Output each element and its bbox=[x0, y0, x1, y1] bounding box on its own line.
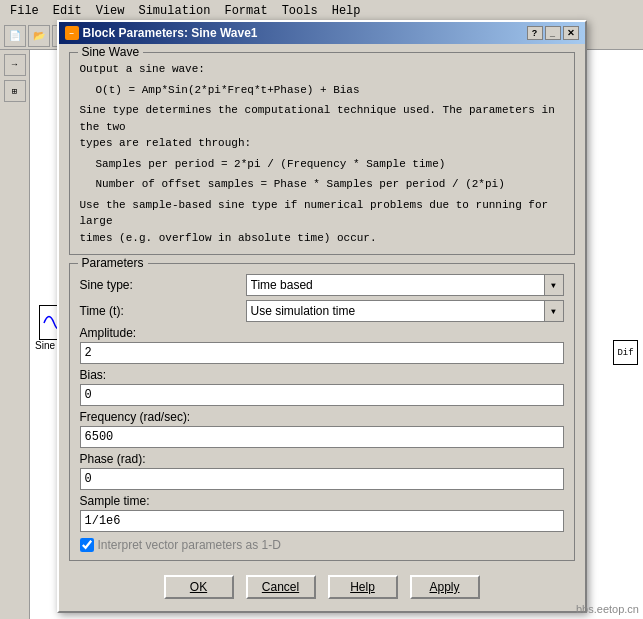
ok-button[interactable]: OK bbox=[164, 575, 234, 599]
bias-label: Bias: bbox=[80, 368, 564, 382]
bias-input[interactable] bbox=[80, 384, 564, 406]
time-select-wrapper: Use simulation time Use external signal … bbox=[246, 300, 564, 322]
desc-formula: O(t) = Amp*Sin(2*pi*Freq*t+Phase) + Bias bbox=[96, 82, 564, 99]
button-row: OK Cancel Help Apply bbox=[69, 567, 575, 603]
sine-type-row: Sine type: Time based Sample based ▼ bbox=[80, 274, 564, 296]
dialog-content: Sine Wave Output a sine wave: O(t) = Amp… bbox=[59, 44, 585, 611]
frequency-label: Frequency (rad/sec): bbox=[80, 410, 564, 424]
bias-row: Bias: bbox=[80, 368, 564, 406]
help-btn[interactable]: ? bbox=[527, 26, 543, 40]
desc-line-4: Use the sample-based sine type if numeri… bbox=[80, 197, 564, 230]
phase-input[interactable] bbox=[80, 468, 564, 490]
frequency-input[interactable] bbox=[80, 426, 564, 448]
block-parameters-dialog: ~ Block Parameters: Sine Wave1 ? _ ✕ Sin… bbox=[57, 20, 587, 613]
dialog-title: Block Parameters: Sine Wave1 bbox=[83, 26, 258, 40]
titlebar-controls: ? _ ✕ bbox=[527, 26, 579, 40]
amplitude-input[interactable] bbox=[80, 342, 564, 364]
phase-label: Phase (rad): bbox=[80, 452, 564, 466]
interpret-vector-checkbox[interactable] bbox=[80, 538, 94, 552]
sine-type-select[interactable]: Time based Sample based bbox=[246, 274, 564, 296]
minimize-btn[interactable]: _ bbox=[545, 26, 561, 40]
checkbox-label: Interpret vector parameters as 1-D bbox=[98, 538, 281, 552]
sample-time-label: Sample time: bbox=[80, 494, 564, 508]
desc-line-2: Sine type determines the computational t… bbox=[80, 102, 564, 135]
sine-type-select-wrapper: Time based Sample based ▼ bbox=[246, 274, 564, 296]
time-row: Time (t): Use simulation time Use extern… bbox=[80, 300, 564, 322]
desc-line-1: Output a sine wave: bbox=[80, 61, 564, 78]
close-btn[interactable]: ✕ bbox=[563, 26, 579, 40]
parameters-group: Parameters Sine type: Time based Sample … bbox=[69, 263, 575, 561]
help-button[interactable]: Help bbox=[328, 575, 398, 599]
time-label: Time (t): bbox=[80, 304, 240, 318]
desc-line-3: types are related through: bbox=[80, 135, 564, 152]
frequency-row: Frequency (rad/sec): bbox=[80, 410, 564, 448]
cancel-button[interactable]: Cancel bbox=[246, 575, 316, 599]
apply-button[interactable]: Apply bbox=[410, 575, 480, 599]
modal-overlay: ~ Block Parameters: Sine Wave1 ? _ ✕ Sin… bbox=[0, 0, 643, 619]
desc-samples: Samples per period = 2*pi / (Frequency *… bbox=[96, 156, 564, 173]
sine-wave-group-title: Sine Wave bbox=[78, 45, 144, 59]
parameters-group-title: Parameters bbox=[78, 256, 148, 270]
sample-time-row: Sample time: bbox=[80, 494, 564, 532]
time-select[interactable]: Use simulation time Use external signal bbox=[246, 300, 564, 322]
sine-wave-group: Sine Wave Output a sine wave: O(t) = Amp… bbox=[69, 52, 575, 255]
titlebar-left: ~ Block Parameters: Sine Wave1 bbox=[65, 26, 258, 40]
amplitude-row: Amplitude: bbox=[80, 326, 564, 364]
sample-time-input[interactable] bbox=[80, 510, 564, 532]
desc-line-5: times (e.g. overflow in absolute time) o… bbox=[80, 230, 564, 247]
dialog-icon: ~ bbox=[65, 26, 79, 40]
dialog-titlebar: ~ Block Parameters: Sine Wave1 ? _ ✕ bbox=[59, 22, 585, 44]
phase-row: Phase (rad): bbox=[80, 452, 564, 490]
desc-offset: Number of offset samples = Phase * Sampl… bbox=[96, 176, 564, 193]
checkbox-row: Interpret vector parameters as 1-D bbox=[80, 538, 564, 552]
watermark: bbs.eetop.cn bbox=[576, 603, 639, 615]
sine-type-label: Sine type: bbox=[80, 278, 240, 292]
amplitude-label: Amplitude: bbox=[80, 326, 564, 340]
description-text: Output a sine wave: O(t) = Amp*Sin(2*pi*… bbox=[80, 61, 564, 246]
